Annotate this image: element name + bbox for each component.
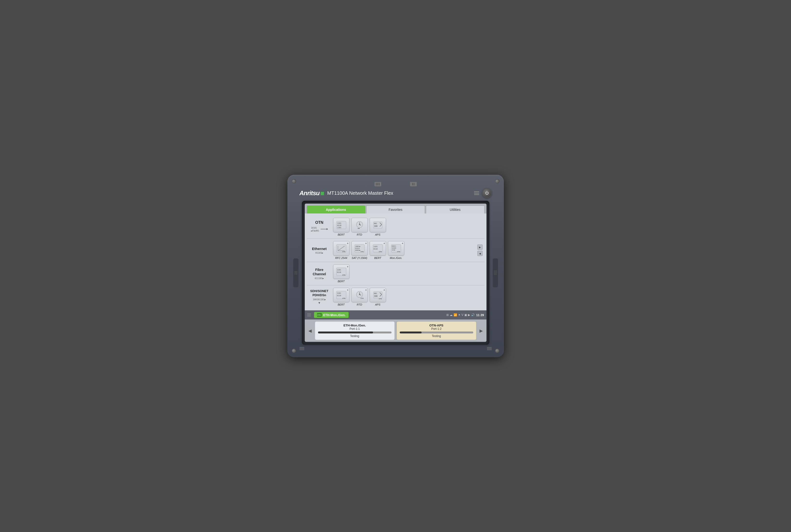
sdh-bert-button[interactable]: 1101 0110 OTN + BERT [333,288,349,306]
sdh-aps-icon: 001 100 OTN + [370,288,386,302]
fc-bert-label: BERT [338,280,345,283]
sdh-rtd-button[interactable]: OTN + RTD [351,288,368,306]
screen: Applications Favorites Utilities OTN 101… [305,204,486,342]
device-body: Anritsu MT1100A Network Master Flex ⏻ [287,175,504,357]
plus-badge: + [365,289,367,291]
eth-sat-button[interactable]: 18801▶ 01010 00001▶ OTN + SAT (Y.1564) [351,241,368,260]
eth-rfc2544-button[interactable]: OTN + RFC 2544 [333,241,349,260]
otn-rtd-label: RTD [357,233,362,236]
right-side-strap [492,201,499,345]
scroll-arrows: ▶ ◀ [477,245,483,256]
svg-text:OTN: OTN [342,298,345,299]
sdh-rtd-label: RTD [357,303,362,306]
svg-text:00001▶: 00001▶ [355,249,361,251]
svg-text:10101: 10101 [311,227,317,229]
taskbar-grip [307,314,311,316]
otn-label: OTN 10101 ▶07▶001 [309,221,330,233]
svg-text:01010: 01010 [355,247,360,249]
ethernet-name: Ethernet [309,247,330,251]
eth-bert-label: BERT [374,256,381,260]
bottom-right-grip [487,347,492,350]
cloud-icon: ☁ [450,313,452,317]
otn-bert-button[interactable]: 1101 0110 1101 BERT [333,218,349,236]
eth-mon-card-progress [318,331,391,334]
otn-aps-button[interactable]: 001 100 APS [370,218,386,236]
power-icon: ⏻ [485,191,489,195]
time-display: 11 29 [476,313,484,317]
eth-rfc2544-icon: OTN + [333,241,349,255]
otn-rtd-button[interactable]: ●● RTD [351,218,368,236]
eth-mon-progress-bar [318,331,373,334]
bolt-bl [292,348,296,353]
tab-favorites[interactable]: Favorites [366,206,425,213]
sdh-rtd-icon: OTN + [351,288,368,302]
wifi-icon: 📶 [454,313,457,317]
power-button[interactable]: ⏻ [482,188,492,198]
eth-mon-card-title: ETH-Mon./Gen. [318,324,391,327]
otn-aps-card-title: OTN-APS [400,324,473,327]
eth-mon-icon: 00011 10100 1010 OTN + [388,241,404,255]
svg-text:001: 001 [374,292,377,294]
otn-aps-card-port: Port-1:2 [400,327,473,330]
active-app-button[interactable]: ETH ETH-Mon./Gen. [314,312,349,318]
device-model: MT1100A Network Master Flex [327,190,393,196]
eth-bert-button[interactable]: 1101 0110 OTN + BERT [370,241,386,260]
fibre-channel-section: FibreChannel 011101▶ 1101 0110 [307,262,485,285]
tab-utilities[interactable]: Utilities [426,206,485,213]
bolt-br [495,348,499,353]
tab-applications[interactable]: Applications [307,206,365,213]
svg-marker-3 [327,228,328,230]
sdh-aps-label: APS [375,303,380,306]
cards-prev-arrow[interactable]: ◀ [307,328,313,334]
svg-text:0110: 0110 [337,271,341,273]
otn-diagram-icon: 10101 ▶07▶001 [311,226,328,232]
device-main: Applications Favorites Utilities OTN 101… [292,201,499,345]
ethernet-apps-row: OTN + RFC 2544 [333,241,474,260]
active-app-icon: ETH [317,313,322,317]
bluetooth-icon: ✦ [458,313,461,317]
scroll-down-arrow[interactable]: ◀ [477,251,483,256]
eth-sat-label: SAT (Y.1564) [352,256,367,260]
svg-text:100: 100 [374,295,378,297]
otn-aps-label: APS [375,233,380,236]
svg-text:1101: 1101 [337,292,341,294]
svg-text:1101: 1101 [373,246,378,248]
cards-next-arrow[interactable]: ▶ [478,328,484,334]
otn-aps-card[interactable]: OTN-APS Port-1:2 Testing [397,321,476,340]
fibre-channel-label: FibreChannel 011101▶ [309,268,330,280]
scroll-up-arrow[interactable]: ▶ [477,245,483,250]
otn-bert-icon: 1101 0110 1101 [333,218,349,232]
status-icons: ⊞ ☁ 📶 ✦ V ▣ ▶ 🔊 [446,313,475,317]
otn-aps-card-progress [400,331,473,334]
plus-badge: + [347,265,348,268]
fc-bert-button[interactable]: 1101 0110 OTN + BERT [333,264,349,283]
eth-mon-card-port: Port-1:1 [318,327,391,330]
otn-aps-progress-bar [400,331,422,334]
bottom-left-grip [300,347,304,350]
taskbar: ETH ETH-Mon./Gen. ⊞ ☁ 📶 ✦ V [305,310,486,320]
sdh-name: SDH/SONETPDH/DSn [309,289,330,297]
sdh-aps-button[interactable]: 001 100 OTN + APS [370,288,386,306]
top-controls: ⏻ [474,188,492,198]
bolt-tl [292,179,296,184]
svg-text:1101: 1101 [337,227,341,229]
otn-section: OTN 10101 ▶07▶001 [307,215,485,239]
eth-mon-button[interactable]: 00011 10100 1010 OTN + Mon./Gen. [388,241,404,260]
plus-badge: + [347,242,348,245]
otn-aps-icon: 001 100 [370,218,386,232]
svg-text:00011: 00011 [392,245,396,247]
eth-mon-card[interactable]: ETH-Mon./Gen. Port-1:1 Testing [315,321,395,340]
fibre-channel-apps-row: 1101 0110 OTN + BERT [333,264,483,283]
main-content: OTN 10101 ▶07▶001 [305,213,486,310]
otn-apps-row: 1101 0110 1101 BERT [333,218,483,236]
ethernet-label: Ethernet 01101▶ [309,247,330,254]
otn-aps-card-status: Testing [400,335,473,338]
screen-bezel: Applications Favorites Utilities OTN 101… [302,201,489,345]
plus-badge: + [384,242,385,245]
eth-bert-icon: 1101 0110 OTN + [370,241,386,255]
eth-sat-icon: 18801▶ 01010 00001▶ OTN + [351,241,368,255]
otn-rtd-icon: ●● [351,218,368,232]
eth-mon-card-status: Testing [318,335,391,338]
sdh-icon: 100101101▶ [309,298,330,301]
fibre-channel-name: FibreChannel [309,268,330,276]
